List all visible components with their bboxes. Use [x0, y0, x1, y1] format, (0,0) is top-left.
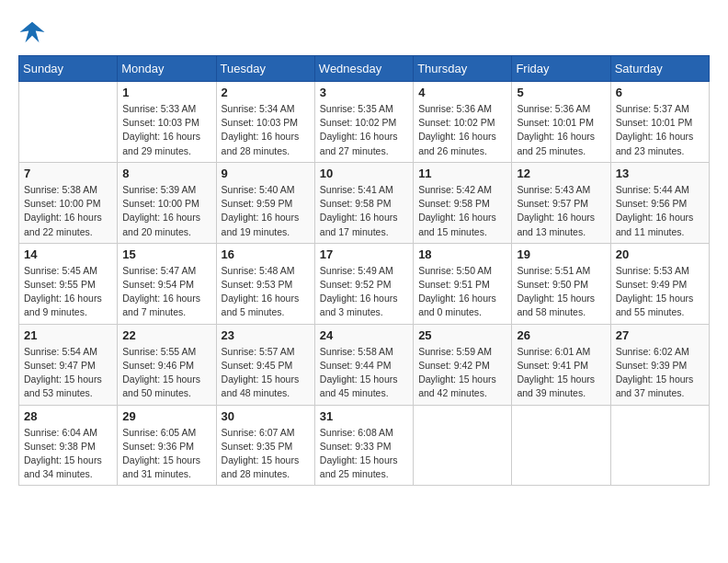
- day-number: 4: [418, 86, 506, 99]
- day-number: 6: [616, 86, 704, 99]
- calendar-cell: 2Sunrise: 5:34 AMSunset: 10:03 PMDayligh…: [216, 82, 314, 163]
- day-info: Sunrise: 6:02 AMSunset: 9:39 PMDaylight:…: [616, 345, 704, 401]
- calendar-table: SundayMondayTuesdayWednesdayThursdayFrid…: [18, 55, 710, 486]
- calendar-cell: [19, 82, 118, 163]
- header-day: Tuesday: [216, 56, 314, 82]
- day-number: 2: [222, 86, 310, 99]
- calendar-cell: 11Sunrise: 5:42 AMSunset: 9:58 PMDayligh…: [414, 162, 512, 243]
- calendar-cell: [512, 405, 610, 486]
- calendar-cell: 7Sunrise: 5:38 AMSunset: 10:00 PMDayligh…: [19, 162, 118, 243]
- calendar-cell: 6Sunrise: 5:37 AMSunset: 10:01 PMDayligh…: [610, 82, 709, 163]
- calendar-cell: 13Sunrise: 5:44 AMSunset: 9:56 PMDayligh…: [610, 162, 709, 243]
- calendar-header: SundayMondayTuesdayWednesdayThursdayFrid…: [19, 56, 710, 82]
- day-info: Sunrise: 5:55 AMSunset: 9:46 PMDaylight:…: [122, 345, 210, 401]
- day-info: Sunrise: 6:08 AMSunset: 9:33 PMDaylight:…: [320, 426, 408, 482]
- day-info: Sunrise: 5:48 AMSunset: 9:53 PMDaylight:…: [222, 264, 310, 320]
- calendar-body: 1Sunrise: 5:33 AMSunset: 10:03 PMDayligh…: [19, 82, 710, 486]
- day-number: 18: [418, 247, 506, 261]
- calendar-cell: 10Sunrise: 5:41 AMSunset: 9:58 PMDayligh…: [314, 162, 413, 243]
- day-info: Sunrise: 5:45 AMSunset: 9:55 PMDaylight:…: [24, 264, 112, 320]
- calendar-cell: 23Sunrise: 5:57 AMSunset: 9:45 PMDayligh…: [216, 324, 314, 405]
- day-info: Sunrise: 5:44 AMSunset: 9:56 PMDaylight:…: [616, 183, 704, 239]
- day-info: Sunrise: 5:50 AMSunset: 9:51 PMDaylight:…: [418, 264, 506, 320]
- day-info: Sunrise: 6:04 AMSunset: 9:38 PMDaylight:…: [24, 426, 112, 482]
- day-info: Sunrise: 5:41 AMSunset: 9:58 PMDaylight:…: [320, 183, 408, 239]
- day-info: Sunrise: 5:59 AMSunset: 9:42 PMDaylight:…: [418, 345, 506, 401]
- header-day: Wednesday: [314, 56, 413, 82]
- calendar-week-row: 7Sunrise: 5:38 AMSunset: 10:00 PMDayligh…: [19, 162, 710, 243]
- svg-marker-0: [20, 22, 45, 43]
- header-day: Sunday: [19, 56, 118, 82]
- day-number: 24: [320, 328, 408, 342]
- calendar-cell: 5Sunrise: 5:36 AMSunset: 10:01 PMDayligh…: [512, 82, 610, 163]
- day-number: 22: [122, 328, 210, 342]
- calendar-cell: 14Sunrise: 5:45 AMSunset: 9:55 PMDayligh…: [19, 243, 118, 324]
- day-number: 5: [517, 86, 605, 99]
- day-info: Sunrise: 5:58 AMSunset: 9:44 PMDaylight:…: [320, 345, 408, 401]
- day-info: Sunrise: 5:42 AMSunset: 9:58 PMDaylight:…: [418, 183, 506, 239]
- header-day: Monday: [118, 56, 216, 82]
- day-number: 28: [24, 409, 112, 423]
- day-number: 30: [222, 409, 310, 423]
- day-number: 13: [616, 167, 704, 180]
- calendar-cell: 8Sunrise: 5:39 AMSunset: 10:00 PMDayligh…: [118, 162, 216, 243]
- day-info: Sunrise: 5:49 AMSunset: 9:52 PMDaylight:…: [320, 264, 408, 320]
- day-number: 3: [320, 86, 408, 99]
- header-day: Friday: [512, 56, 610, 82]
- day-number: 19: [517, 247, 605, 261]
- header-day: Thursday: [414, 56, 512, 82]
- day-info: Sunrise: 5:43 AMSunset: 9:57 PMDaylight:…: [517, 183, 605, 239]
- day-info: Sunrise: 5:34 AMSunset: 10:03 PMDaylight…: [222, 102, 310, 158]
- day-info: Sunrise: 5:39 AMSunset: 10:00 PMDaylight…: [122, 183, 210, 239]
- calendar-cell: 4Sunrise: 5:36 AMSunset: 10:02 PMDayligh…: [414, 82, 512, 163]
- calendar-week-row: 28Sunrise: 6:04 AMSunset: 9:38 PMDayligh…: [19, 405, 710, 486]
- day-info: Sunrise: 5:35 AMSunset: 10:02 PMDaylight…: [320, 102, 408, 158]
- day-info: Sunrise: 5:47 AMSunset: 9:54 PMDaylight:…: [122, 264, 210, 320]
- calendar-cell: 27Sunrise: 6:02 AMSunset: 9:39 PMDayligh…: [610, 324, 709, 405]
- calendar-cell: 17Sunrise: 5:49 AMSunset: 9:52 PMDayligh…: [314, 243, 413, 324]
- logo-icon: [18, 18, 46, 46]
- calendar-cell: 30Sunrise: 6:07 AMSunset: 9:35 PMDayligh…: [216, 405, 314, 486]
- calendar-week-row: 14Sunrise: 5:45 AMSunset: 9:55 PMDayligh…: [19, 243, 710, 324]
- day-number: 20: [616, 247, 704, 261]
- calendar-cell: 21Sunrise: 5:54 AMSunset: 9:47 PMDayligh…: [19, 324, 118, 405]
- day-number: 1: [122, 86, 210, 99]
- day-number: 26: [517, 328, 605, 342]
- calendar-cell: [414, 405, 512, 486]
- day-info: Sunrise: 5:38 AMSunset: 10:00 PMDaylight…: [24, 183, 112, 239]
- day-number: 25: [418, 328, 506, 342]
- header-day: Saturday: [610, 56, 709, 82]
- logo: [18, 18, 50, 46]
- calendar-cell: 19Sunrise: 5:51 AMSunset: 9:50 PMDayligh…: [512, 243, 610, 324]
- calendar-cell: 28Sunrise: 6:04 AMSunset: 9:38 PMDayligh…: [19, 405, 118, 486]
- calendar-cell: 31Sunrise: 6:08 AMSunset: 9:33 PMDayligh…: [314, 405, 413, 486]
- day-number: 11: [418, 167, 506, 180]
- calendar-week-row: 1Sunrise: 5:33 AMSunset: 10:03 PMDayligh…: [19, 82, 710, 163]
- calendar-cell: 3Sunrise: 5:35 AMSunset: 10:02 PMDayligh…: [314, 82, 413, 163]
- day-info: Sunrise: 5:51 AMSunset: 9:50 PMDaylight:…: [517, 264, 605, 320]
- day-number: 16: [222, 247, 310, 261]
- day-info: Sunrise: 5:36 AMSunset: 10:01 PMDaylight…: [517, 102, 605, 158]
- calendar-cell: [610, 405, 709, 486]
- calendar-cell: 29Sunrise: 6:05 AMSunset: 9:36 PMDayligh…: [118, 405, 216, 486]
- day-number: 12: [517, 167, 605, 180]
- day-number: 9: [222, 167, 310, 180]
- calendar-cell: 15Sunrise: 5:47 AMSunset: 9:54 PMDayligh…: [118, 243, 216, 324]
- calendar-cell: 24Sunrise: 5:58 AMSunset: 9:44 PMDayligh…: [314, 324, 413, 405]
- day-info: Sunrise: 5:37 AMSunset: 10:01 PMDaylight…: [616, 102, 704, 158]
- calendar-week-row: 21Sunrise: 5:54 AMSunset: 9:47 PMDayligh…: [19, 324, 710, 405]
- calendar-cell: 1Sunrise: 5:33 AMSunset: 10:03 PMDayligh…: [118, 82, 216, 163]
- day-info: Sunrise: 5:36 AMSunset: 10:02 PMDaylight…: [418, 102, 506, 158]
- calendar-cell: 16Sunrise: 5:48 AMSunset: 9:53 PMDayligh…: [216, 243, 314, 324]
- day-info: Sunrise: 5:33 AMSunset: 10:03 PMDaylight…: [122, 102, 210, 158]
- day-info: Sunrise: 5:40 AMSunset: 9:59 PMDaylight:…: [222, 183, 310, 239]
- header-row: SundayMondayTuesdayWednesdayThursdayFrid…: [19, 56, 710, 82]
- day-info: Sunrise: 5:57 AMSunset: 9:45 PMDaylight:…: [222, 345, 310, 401]
- calendar-cell: 22Sunrise: 5:55 AMSunset: 9:46 PMDayligh…: [118, 324, 216, 405]
- calendar-cell: 25Sunrise: 5:59 AMSunset: 9:42 PMDayligh…: [414, 324, 512, 405]
- page-header: [18, 18, 710, 46]
- day-number: 29: [122, 409, 210, 423]
- day-number: 10: [320, 167, 408, 180]
- day-number: 31: [320, 409, 408, 423]
- calendar-cell: 18Sunrise: 5:50 AMSunset: 9:51 PMDayligh…: [414, 243, 512, 324]
